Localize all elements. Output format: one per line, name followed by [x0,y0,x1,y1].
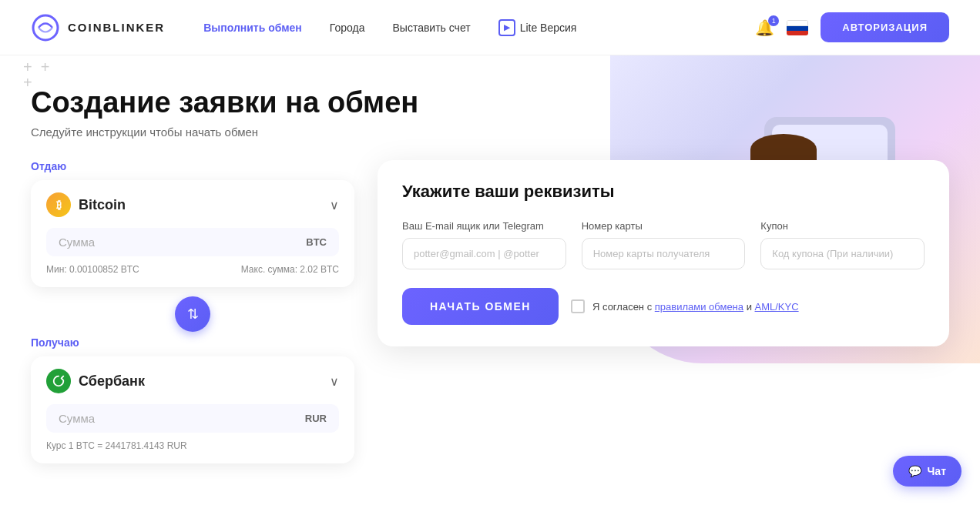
receive-label: Получаю [31,336,354,349]
agree-and: и [743,301,755,313]
exchange-layout: Отдаю ₿ Bitcoin ∨ Сумма BTC Мин: 0.00100… [31,160,949,473]
dots-decoration: + ++ [23,59,49,90]
card-group: Номер карты [582,220,746,269]
agree-checkbox[interactable] [571,299,585,313]
email-input[interactable] [402,238,566,269]
header: COINBLINKER Выполнить обмен Города Выста… [0,0,980,55]
give-max: Макс. сумма: 2.02 BTC [241,264,339,275]
notification-badge: 1 [768,15,779,26]
receive-amount-currency: RUR [305,413,327,424]
give-currency-chevron[interactable]: ∨ [330,198,339,212]
logo-text: COINBLINKER [68,21,165,34]
give-min: Мин: 0.00100852 BTC [46,264,139,275]
exchange-left-panel: Отдаю ₿ Bitcoin ∨ Сумма BTC Мин: 0.00100… [31,160,354,473]
nav-invoice[interactable]: Выставить счет [392,22,470,34]
give-label: Отдаю [31,160,354,172]
auth-button[interactable]: АВТОРИЗАЦИЯ [821,12,949,42]
language-flag[interactable] [787,20,808,35]
receive-amount-row: Сумма RUR [46,404,339,433]
chat-label: Чат [928,465,946,477]
swap-button[interactable]: ⇅ [175,296,210,332]
chat-button[interactable]: 💬 Чат [893,456,962,487]
card-label: Номер карты [582,220,746,232]
bitcoin-icon: ₿ [46,192,71,217]
give-currency-header: ₿ Bitcoin ∨ [46,192,339,217]
nav-exchange[interactable]: Выполнить обмен [203,22,302,34]
give-amount-label: Сумма [59,236,95,249]
coupon-group: Купон [760,220,925,269]
nav-lite[interactable]: ▶ Lite Версия [498,19,577,36]
svg-point-0 [33,15,58,40]
sberbank-icon [46,369,71,393]
page-subtitle: Следуйте инструкции чтобы начать обмен [31,125,949,139]
notification-button[interactable]: 🔔 1 [755,18,774,37]
receive-currency-name-area[interactable]: Сбербанк [46,369,145,393]
receive-rate: Курс 1 BTC = 2441781.4143 RUR [46,440,187,451]
receive-rate-row: Курс 1 BTC = 2441781.4143 RUR [46,440,339,451]
receive-card: Сбербанк ∨ Сумма RUR Курс 1 BTC = 244178… [31,356,354,463]
main-content: + ++ Создание заявки на обмен Следуйте и… [0,55,980,473]
give-amount-row: Сумма BTC [46,228,339,256]
give-currency-name-area[interactable]: ₿ Bitcoin [46,192,126,217]
coupon-label: Купон [760,220,925,232]
chat-icon: 💬 [908,465,921,477]
coupon-input[interactable] [760,238,925,269]
give-card: ₿ Bitcoin ∨ Сумма BTC Мин: 0.00100852 BT… [31,180,354,287]
email-group: Ваш E-mail ящик или Telegram [402,220,566,269]
form-title: Укажите ваши реквизиты [402,182,925,202]
give-min-max: Мин: 0.00100852 BTC Макс. сумма: 2.02 BT… [46,264,339,275]
agree-link-rules[interactable]: правилами обмена [655,301,743,313]
lite-icon: ▶ [498,19,515,36]
form-panel: Укажите ваши реквизиты Ваш E-mail ящик и… [378,160,949,346]
action-row: НАЧАТЬ ОБМЕН Я согласен с правилами обме… [402,288,925,325]
form-grid: Ваш E-mail ящик или Telegram Номер карты… [402,220,925,269]
swap-container: ⇅ [31,296,354,332]
give-amount-currency: BTC [306,236,327,248]
page-title: Создание заявки на обмен [31,86,949,119]
give-currency-name: Bitcoin [79,197,126,213]
card-input[interactable] [582,238,746,269]
nav: Выполнить обмен Города Выставить счет ▶ … [203,19,755,36]
receive-currency-name: Сбербанк [79,373,145,390]
header-right: 🔔 1 АВТОРИЗАЦИЯ [755,12,949,42]
agree-area: Я согласен с правилами обмена и AML/KYC [571,299,799,313]
start-exchange-button[interactable]: НАЧАТЬ ОБМЕН [402,288,559,325]
agree-text: Я согласен с правилами обмена и AML/KYC [592,301,799,313]
receive-amount-label: Сумма [59,412,95,425]
nav-cities[interactable]: Города [330,22,365,34]
agree-prefix: Я согласен с [592,301,655,313]
logo-icon [31,13,60,42]
receive-currency-chevron[interactable]: ∨ [330,374,339,389]
agree-link-aml[interactable]: AML/KYC [755,301,799,313]
email-label: Ваш E-mail ящик или Telegram [402,220,566,232]
logo[interactable]: COINBLINKER [31,13,165,42]
receive-currency-header: Сбербанк ∨ [46,369,339,393]
